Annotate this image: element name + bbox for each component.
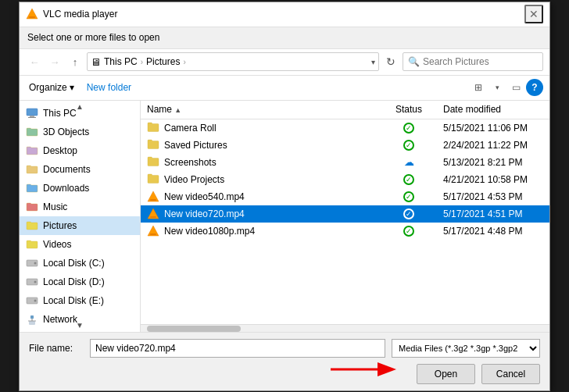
file-date-saved-pictures: 2/24/2021 11:22 PM xyxy=(440,140,549,151)
sidebar-item-pictures[interactable]: Pictures xyxy=(20,216,140,235)
sidebar-label-desktop: Desktop xyxy=(43,145,77,156)
address-bar[interactable]: 🖥 This PC › Pictures › ▾ xyxy=(87,52,379,71)
file-row-new-video1080p[interactable]: New video1080p.mp4✓5/17/2021 4:48 PM xyxy=(141,223,549,240)
col-status-header[interactable]: Status xyxy=(378,104,440,115)
svg-rect-18 xyxy=(150,216,156,218)
title-bar: VLC media player ✕ xyxy=(20,2,549,27)
folder-docs-icon xyxy=(26,163,38,176)
new-folder-button[interactable]: New folder xyxy=(84,80,134,94)
forward-button[interactable]: → xyxy=(46,53,63,70)
view-chevron-button[interactable]: ▾ xyxy=(488,79,506,96)
filetype-select[interactable]: Media Files (*.3g2 *.3gp *.3gp2 xyxy=(392,339,540,358)
sidebar-item-3d-objects[interactable]: 3D Objects xyxy=(20,123,140,141)
view-mode-button[interactable]: ⊞ xyxy=(470,79,487,96)
file-row-new-video720[interactable]: New video720.mp4✓5/17/2021 4:51 PM xyxy=(141,205,549,223)
file-status-video-projects: ✓ xyxy=(378,173,440,185)
file-name-text-saved-pictures: Saved Pictures xyxy=(164,140,227,151)
folder-dl-icon xyxy=(26,182,38,194)
svg-rect-12 xyxy=(30,315,34,319)
svg-rect-16 xyxy=(150,199,156,201)
open-button[interactable]: Open xyxy=(417,364,475,384)
back-button[interactable]: ← xyxy=(26,53,43,70)
sidebar-item-desktop[interactable]: Desktop xyxy=(20,141,140,160)
folder-3d-icon xyxy=(26,126,38,138)
address-crumb-thispc: This PC xyxy=(104,56,138,67)
file-date-new-video1080p: 5/17/2021 4:48 PM xyxy=(440,226,549,237)
svg-rect-4 xyxy=(28,117,36,118)
filename-input[interactable] xyxy=(90,339,385,358)
file-name-screenshots: Screenshots xyxy=(141,156,378,169)
svg-point-8 xyxy=(34,280,37,283)
file-status-new-video1080p: ✓ xyxy=(378,225,440,237)
search-box[interactable]: 🔍 xyxy=(403,52,543,71)
svg-point-10 xyxy=(34,299,37,301)
main-content: ▲ This PC3D ObjectsDesktopDocumentsDownl… xyxy=(20,101,549,332)
file-row-new-video540[interactable]: New video540.mp4✓5/17/2021 4:53 PM xyxy=(141,188,549,205)
file-status-new-video720: ✓ xyxy=(378,208,440,219)
col-name-header[interactable]: Name ▲ xyxy=(141,104,378,115)
close-button[interactable]: ✕ xyxy=(524,5,543,23)
col-date-header[interactable]: Date modified xyxy=(440,104,549,115)
sidebar-item-videos[interactable]: Videos xyxy=(20,235,140,254)
file-status-new-video540: ✓ xyxy=(378,191,440,202)
sidebar-item-music[interactable]: Music xyxy=(20,198,140,216)
file-row-screenshots[interactable]: Screenshots☁5/13/2021 8:21 PM xyxy=(141,154,549,171)
sidebar-item-local-e[interactable]: Local Disk (E:) xyxy=(20,291,140,310)
search-input[interactable] xyxy=(423,56,538,67)
sidebar-label-documents: Documents xyxy=(43,164,91,175)
sidebar: ▲ This PC3D ObjectsDesktopDocumentsDownl… xyxy=(20,101,141,332)
dialog-header: Select one or more files to open xyxy=(20,27,549,49)
file-name-new-video720: New video720.mp4 xyxy=(141,208,378,220)
file-name-text-camera-roll: Camera Roll xyxy=(164,123,217,134)
file-name-camera-roll: Camera Roll xyxy=(141,122,378,134)
file-status-saved-pictures: ✓ xyxy=(378,139,440,151)
file-name-text-new-video720: New video720.mp4 xyxy=(164,208,245,219)
title-bar-text: VLC media player xyxy=(43,9,524,20)
navigation-toolbar: ← → ↑ 🖥 This PC › Pictures › ▾ ↻ 🔍 xyxy=(20,49,549,76)
panel-button[interactable]: ▭ xyxy=(507,79,524,96)
file-row-saved-pictures[interactable]: Saved Pictures✓2/24/2021 11:22 PM xyxy=(141,137,549,154)
help-button[interactable]: ? xyxy=(526,79,543,96)
sidebar-item-documents[interactable]: Documents xyxy=(20,160,140,179)
sidebar-scroll-up[interactable]: ▲ xyxy=(20,101,140,113)
address-crumb-pictures: Pictures xyxy=(146,56,180,67)
horizontal-scrollbar[interactable] xyxy=(141,324,549,332)
refresh-button[interactable]: ↻ xyxy=(382,53,399,70)
sidebar-label-music: Music xyxy=(43,201,67,212)
up-button[interactable]: ↑ xyxy=(66,53,84,70)
open-arrow xyxy=(331,358,401,383)
address-sep2: › xyxy=(183,58,185,66)
file-status-camera-roll: ✓ xyxy=(378,122,440,134)
file-row-camera-roll[interactable]: Camera Roll✓5/15/2021 11:06 PM xyxy=(141,119,549,137)
check-icon: ✓ xyxy=(403,140,414,151)
organize-label: Organize xyxy=(29,82,67,93)
svg-rect-1 xyxy=(29,16,35,18)
sidebar-item-local-d[interactable]: Local Disk (D:) xyxy=(20,273,140,291)
filename-row: File name: Media Files (*.3g2 *.3gp *.3g… xyxy=(29,339,540,358)
sidebar-item-downloads[interactable]: Downloads xyxy=(20,179,140,198)
check-icon: ✓ xyxy=(403,226,414,237)
check-icon: ✓ xyxy=(403,191,414,202)
sidebar-label-local-e: Local Disk (E:) xyxy=(43,295,104,306)
file-name-text-new-video1080p: New video1080p.mp4 xyxy=(164,226,255,237)
check-icon: ✓ xyxy=(403,208,414,219)
drive-icon xyxy=(26,257,38,269)
organize-button[interactable]: Organize ▾ xyxy=(26,80,77,94)
address-chevron[interactable]: ▾ xyxy=(371,58,375,66)
cancel-button[interactable]: Cancel xyxy=(481,364,540,384)
folder-desktop-icon xyxy=(26,144,38,157)
folder-file-icon xyxy=(147,173,159,186)
file-name-text-new-video540: New video540.mp4 xyxy=(164,191,245,202)
svg-rect-3 xyxy=(30,116,34,117)
sidebar-scroll-down[interactable]: ▼ xyxy=(20,319,140,332)
file-row-video-projects[interactable]: Video Projects✓4/21/2021 10:58 PM xyxy=(141,171,549,188)
action-row: Open Cancel xyxy=(29,364,540,384)
folder-file-icon xyxy=(147,122,159,134)
file-list-header: Name ▲ Status Date modified xyxy=(141,101,549,119)
sidebar-label-pictures: Pictures xyxy=(43,220,77,231)
sidebar-label-local-c: Local Disk (C:) xyxy=(43,258,105,269)
file-name-video-projects: Video Projects xyxy=(141,173,378,186)
sidebar-item-local-c[interactable]: Local Disk (C:) xyxy=(20,254,140,273)
vlc-file-icon xyxy=(147,208,159,220)
dialog-header-text: Select one or more files to open xyxy=(27,32,159,43)
